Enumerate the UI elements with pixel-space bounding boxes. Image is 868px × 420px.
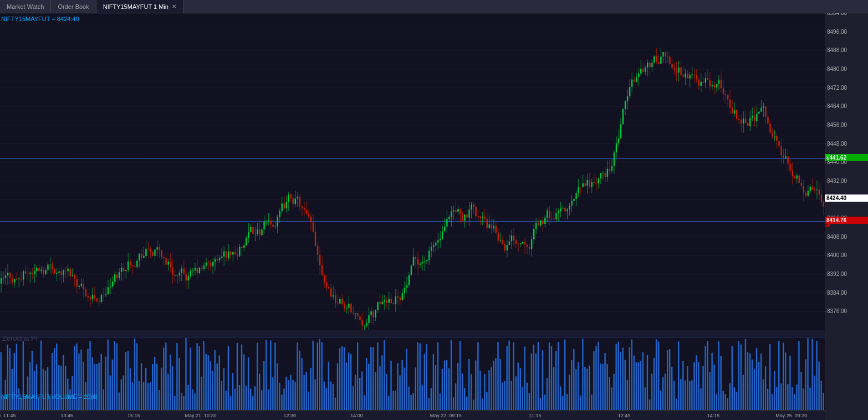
tab-bar: Market Watch Order Book NIFTY15MAYFUT 1 … (0, 0, 868, 13)
volume-label: NIFTY15MAYFUT.VOLUME = 2000 (1, 393, 98, 400)
current-price-badge: 8424.40 (825, 194, 868, 202)
down-arrow-icon (825, 217, 830, 227)
tab-market-watch[interactable]: Market Watch (0, 0, 51, 13)
watermark: Zerodha Pi (2, 334, 38, 342)
x-axis-canvas (0, 411, 825, 421)
tab-order-book[interactable]: Order Book (51, 0, 96, 13)
main-chart-canvas[interactable] (0, 13, 825, 330)
volume-chart-canvas[interactable] (0, 337, 825, 410)
ask-price-badge: 8441.62 (825, 154, 868, 161)
tab-close-icon[interactable]: ✕ (172, 3, 176, 9)
x-axis (0, 410, 825, 420)
tab-chart-label: NIFTY15MAYFUT 1 Min (103, 3, 169, 10)
bid-price-badge: 8414.76 (825, 217, 868, 224)
price-label: NIFTY15MAYFUT = 8424.40 (1, 16, 79, 22)
chart-container: NIFTY15MAYFUT = 8424.40 NIFTY15MAYFUT.VO… (0, 13, 868, 420)
tab-order-book-label: Order Book (58, 3, 89, 10)
tab-chart[interactable]: NIFTY15MAYFUT 1 Min ✕ (96, 0, 183, 13)
current-price-value: 8424.40 (826, 195, 846, 201)
up-arrow-icon (825, 154, 830, 164)
tab-market-watch-label: Market Watch (7, 3, 44, 10)
